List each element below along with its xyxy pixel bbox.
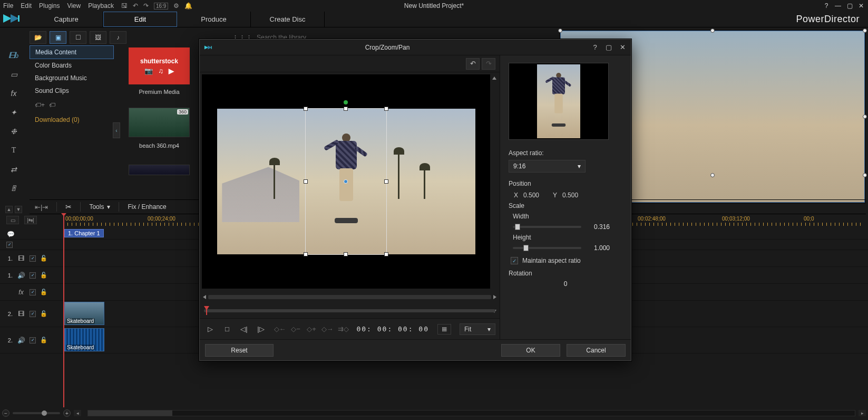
preview-handle-bc[interactable] xyxy=(710,173,715,177)
category-sound-clips[interactable]: Sound Clips xyxy=(30,84,114,97)
undo-button[interactable]: ↶ xyxy=(466,58,480,70)
duplicate-keyframe-icon[interactable]: ⇉◇ xyxy=(337,324,349,335)
lock-icon[interactable]: 🔓 xyxy=(40,289,47,295)
crop-handle-bc[interactable] xyxy=(344,252,348,256)
zoom-in-icon[interactable]: + xyxy=(63,409,71,417)
height-slider-handle[interactable] xyxy=(523,245,529,251)
dialog-maximize-icon[interactable]: ▢ xyxy=(604,43,613,51)
aspect-ratio-badge[interactable]: 16:9 xyxy=(154,3,168,9)
pos-y-value[interactable]: 0.500 xyxy=(562,192,578,199)
save-icon[interactable]: 🖫 xyxy=(121,2,128,9)
room-particle-icon[interactable]: ❉ xyxy=(6,125,22,138)
maintain-aspect-checkbox[interactable]: ✓ xyxy=(511,257,518,264)
tab-create-disc[interactable]: Create Disc xyxy=(251,12,325,27)
timeline-clip-audio[interactable]: Skateboard xyxy=(64,328,104,351)
preview-handle-tc[interactable] xyxy=(710,28,715,33)
lock-icon[interactable]: 🔓 xyxy=(40,310,47,317)
height-value[interactable]: 1.000 xyxy=(587,244,610,252)
minimize-icon[interactable]: — xyxy=(834,2,842,9)
room-pip-icon[interactable]: ✦ xyxy=(6,106,22,119)
tag-remove-icon[interactable]: 🏷 xyxy=(49,101,55,109)
playhead[interactable] xyxy=(63,214,64,407)
room-audio-mix-icon[interactable]: 🎚 xyxy=(6,182,22,195)
timeline-marker-icon[interactable]: ▭ xyxy=(6,216,19,224)
category-background-music[interactable]: Background Music xyxy=(30,72,114,84)
track-visible-check[interactable]: ✓ xyxy=(30,311,36,317)
maximize-icon[interactable]: ▢ xyxy=(846,2,853,9)
rail-down-icon[interactable]: ▼ xyxy=(15,206,22,213)
tab-capture[interactable]: Capture xyxy=(30,12,103,27)
reset-button[interactable]: Reset xyxy=(205,344,274,357)
zoom-fit-select[interactable]: Fit ▾ xyxy=(460,323,495,335)
room-title-icon[interactable]: ▭ xyxy=(6,68,22,81)
timeline-clip-video[interactable]: Skateboard xyxy=(64,302,104,325)
track-visible-check[interactable]: ✓ xyxy=(30,289,36,295)
dialog-close-icon[interactable]: ✕ xyxy=(618,43,627,51)
width-value[interactable]: 0.316 xyxy=(587,223,610,231)
dialog-help-icon[interactable]: ? xyxy=(591,43,599,51)
menu-file[interactable]: File xyxy=(3,2,13,9)
cancel-button[interactable]: Cancel xyxy=(567,344,626,357)
width-slider-handle[interactable] xyxy=(515,224,520,230)
add-keyframe-icon[interactable]: ◇+ xyxy=(305,324,318,335)
dialog-timecode[interactable]: 00: 00: 00: 00 xyxy=(356,325,429,333)
timeline-snap-icon[interactable]: |⇆| xyxy=(24,216,37,224)
split-icon[interactable]: ✂ xyxy=(65,203,72,211)
rail-up-icon[interactable]: ▲ xyxy=(5,206,13,213)
safe-zone-icon[interactable]: ▦ xyxy=(437,324,451,335)
help-icon[interactable]: ? xyxy=(823,2,830,9)
room-media-icon[interactable]: 🎞♪ xyxy=(6,49,22,62)
list-view-icon[interactable]: ☐ xyxy=(70,31,86,44)
next-frame-icon[interactable]: |▷ xyxy=(255,323,267,335)
crop-handle-br[interactable] xyxy=(384,252,388,256)
track-visible-check[interactable]: ✓ xyxy=(6,242,13,248)
menu-view[interactable]: View xyxy=(67,2,81,9)
settings-icon[interactable]: ⚙ xyxy=(173,2,179,9)
crop-center-handle[interactable] xyxy=(344,179,348,184)
undo-icon[interactable]: ↶ xyxy=(133,2,138,9)
stage-scroll-left-icon[interactable] xyxy=(203,295,206,299)
track-visible-check[interactable]: ✓ xyxy=(30,272,36,279)
crop-handle-tl[interactable] xyxy=(304,107,308,111)
preview-handle-tr[interactable] xyxy=(863,28,867,33)
lock-icon[interactable]: 🔓 xyxy=(40,272,47,279)
library-collapse-icon[interactable]: ‹ xyxy=(113,122,120,138)
stop-icon[interactable]: □ xyxy=(221,323,233,335)
notification-icon[interactable]: 🔔 xyxy=(184,2,192,9)
crop-handle-ml[interactable] xyxy=(304,179,308,184)
zoom-slider-handle[interactable] xyxy=(42,411,47,416)
scrollbar-thumb[interactable] xyxy=(88,411,172,416)
redo-icon[interactable]: ↷ xyxy=(143,2,149,9)
import-media-icon[interactable]: 📂 xyxy=(30,31,46,44)
remove-keyframe-icon[interactable]: ◇− xyxy=(289,324,302,335)
menu-plugins[interactable]: Plugins xyxy=(39,2,60,9)
preview-handle-tl[interactable] xyxy=(558,28,562,33)
timeline-scrollbar[interactable] xyxy=(87,410,855,416)
prev-frame-icon[interactable]: ◁| xyxy=(238,323,250,335)
stage-horizontal-scroll[interactable] xyxy=(208,295,491,299)
crop-handle-tr[interactable] xyxy=(384,107,388,111)
stage-vertical-scroll[interactable] xyxy=(491,77,498,313)
trim-in-icon[interactable]: ⇤|⇥ xyxy=(35,203,48,211)
zoom-slider[interactable] xyxy=(13,412,60,414)
scroll-left-icon[interactable]: ◂ xyxy=(74,410,81,416)
clip-thumb-beach[interactable]: 360 xyxy=(129,108,190,137)
aspect-ratio-select[interactable]: 9:16 ▾ xyxy=(509,160,586,173)
tag-add-icon[interactable]: 🏷+ xyxy=(35,101,45,109)
close-icon[interactable]: ✕ xyxy=(857,2,865,9)
track-visible-check[interactable]: ✓ xyxy=(30,255,36,262)
next-keyframe-icon[interactable]: ◇→ xyxy=(321,324,334,335)
tab-edit[interactable]: Edit xyxy=(103,12,177,27)
rotation-value[interactable]: 0 xyxy=(509,280,622,288)
room-text-icon[interactable]: T xyxy=(6,144,22,157)
preview-handle-mr[interactable] xyxy=(863,114,867,119)
lock-icon[interactable]: 🔓 xyxy=(40,337,47,343)
preview-handle-br[interactable] xyxy=(863,173,867,177)
ok-button[interactable]: OK xyxy=(501,344,560,357)
crop-stage[interactable] xyxy=(202,74,490,289)
crop-handle-tc[interactable] xyxy=(344,107,348,111)
track-visible-check[interactable]: ✓ xyxy=(30,337,36,343)
play-icon[interactable]: ▷ xyxy=(204,323,217,335)
rotate-handle[interactable] xyxy=(344,100,348,104)
crop-handle-bl[interactable] xyxy=(304,252,308,256)
